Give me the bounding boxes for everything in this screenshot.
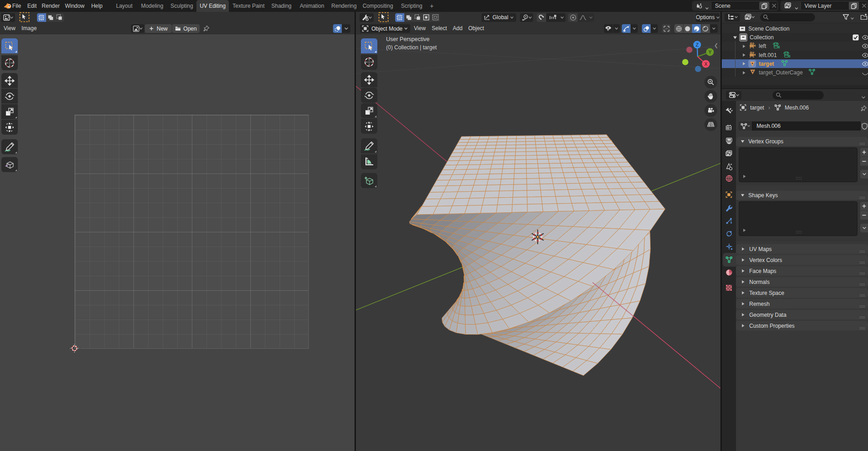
svg-text:X: X [704, 62, 708, 67]
svg-text:Z: Z [696, 42, 699, 47]
svg-text:Y: Y [709, 50, 712, 55]
